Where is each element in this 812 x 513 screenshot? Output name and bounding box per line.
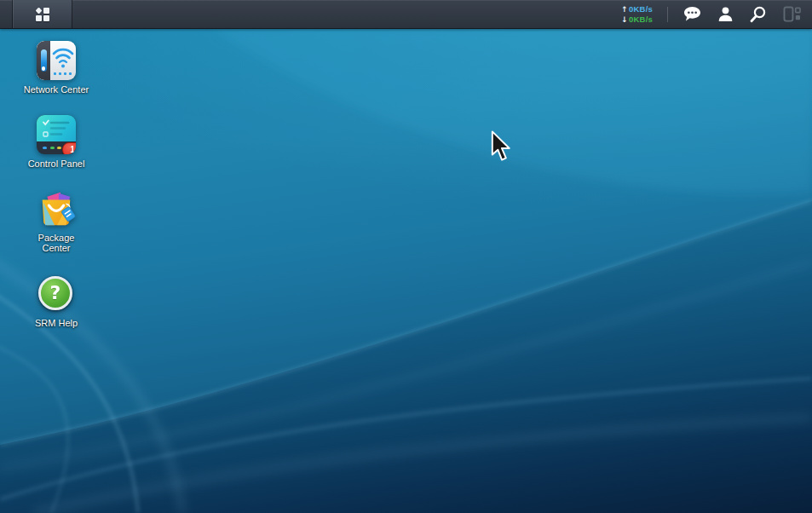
wifi-icon bbox=[50, 41, 76, 80]
widgets-icon bbox=[783, 6, 801, 22]
control-panel-screen bbox=[37, 115, 76, 141]
led-blue bbox=[43, 147, 47, 150]
network-traffic-indicator[interactable]: ↑ 0KB/s ↓ 0KB/s bbox=[620, 4, 653, 24]
checklist-glyph bbox=[37, 115, 76, 141]
network-center-icon bbox=[37, 41, 76, 80]
help-circle: ? bbox=[38, 276, 72, 310]
icon-label: Network Center bbox=[24, 84, 89, 95]
search-icon bbox=[750, 6, 767, 23]
led-yellow bbox=[57, 147, 61, 150]
question-mark-icon: ? bbox=[50, 284, 61, 303]
icon-label: SRM Help bbox=[35, 318, 78, 328]
main-menu-grid-icon bbox=[36, 8, 49, 21]
download-arrow-icon: ↓ bbox=[620, 15, 629, 24]
icon-label: Package Center bbox=[32, 233, 81, 253]
package-center-icon bbox=[37, 189, 76, 228]
srm-help-icon: ? bbox=[37, 274, 76, 314]
desktop-icon-package-center[interactable]: Package Center bbox=[19, 189, 94, 253]
download-speed-row: ↓ 0KB/s bbox=[620, 14, 653, 24]
taskbar-left-edge bbox=[0, 0, 13, 28]
desktop-icon-control-panel[interactable]: 1 Control Panel bbox=[19, 115, 94, 169]
taskbar: ↑ 0KB/s ↓ 0KB/s bbox=[0, 0, 812, 29]
srm-desktop-screen: ↑ 0KB/s ↓ 0KB/s bbox=[0, 0, 812, 513]
user-icon bbox=[717, 6, 734, 22]
upload-speed-row: ↑ 0KB/s bbox=[620, 4, 653, 14]
tray-divider bbox=[667, 7, 668, 22]
search-button[interactable] bbox=[749, 4, 768, 25]
shopping-bag-icon bbox=[37, 189, 76, 228]
upload-speed-value: 0KB/s bbox=[629, 5, 653, 14]
main-menu-button[interactable] bbox=[13, 0, 72, 28]
router-toggle bbox=[41, 49, 47, 72]
upload-arrow-icon: ↑ bbox=[620, 5, 629, 14]
desktop-wallpaper bbox=[0, 0, 812, 513]
notifications-button[interactable] bbox=[682, 4, 701, 25]
desktop-icon-network-center[interactable]: Network Center bbox=[19, 41, 94, 95]
download-speed-value: 0KB/s bbox=[629, 15, 653, 24]
taskbar-tray: ↑ 0KB/s ↓ 0KB/s bbox=[620, 4, 801, 25]
router-body bbox=[37, 41, 50, 80]
notification-badge: 1 bbox=[62, 142, 76, 154]
wallpaper-curves bbox=[0, 0, 812, 513]
icon-label: Control Panel bbox=[28, 159, 85, 169]
led-green bbox=[50, 147, 55, 150]
control-panel-icon: 1 bbox=[37, 115, 76, 154]
chat-bubble-icon bbox=[683, 6, 701, 22]
user-options-button[interactable] bbox=[716, 4, 734, 25]
pilot-view-button[interactable] bbox=[782, 4, 801, 25]
desktop-icon-srm-help[interactable]: ? SRM Help bbox=[19, 274, 94, 328]
